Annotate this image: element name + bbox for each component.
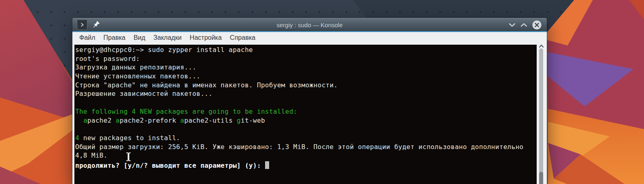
menu-item-edit[interactable]: Правка [99, 34, 129, 41]
terminal-line: 4,8 MiB. [75, 151, 537, 160]
konsole-prompt-icon [80, 22, 85, 27]
terminal-line: Чтение установленных пакетов... [75, 72, 537, 81]
scrollbar-groove[interactable] [539, 48, 543, 184]
window-content: sergiy@dhcppc0:~> sudo zypper install ap… [72, 43, 547, 184]
terminal-text-segment: a [180, 117, 184, 124]
terminal-text-segment: g [237, 117, 241, 124]
menu-item-settings[interactable]: Настройка [186, 34, 226, 41]
terminal-text-segment: Загрузка данных репозитария... [75, 63, 196, 71]
terminal-text-segment: root's password: [75, 55, 140, 63]
terminal-text-segment: pache2-prefork [120, 117, 180, 124]
konsole-window: sergiy : sudo — Konsole ФайлПравкаВидЗа [72, 18, 547, 184]
terminal-text-segment: The following 4 NEW packages are going t… [75, 108, 297, 115]
terminal-output[interactable]: sergiy@dhcppc0:~> sudo zypper install ap… [74, 45, 537, 184]
menu-item-bookmarks[interactable]: Закладки [149, 34, 185, 41]
terminal-text-segment: pache2-utils [184, 117, 237, 124]
chevron-down-icon [509, 23, 516, 27]
terminal-text-segment: продолжить? [y/n/? выводит все параметры… [75, 162, 265, 169]
title-bar[interactable]: sergiy : sudo — Konsole [72, 18, 547, 31]
terminal-line [75, 98, 537, 107]
terminal-text-segment: a [115, 117, 120, 124]
terminal-cursor [265, 161, 269, 169]
scrollbar-up-button[interactable] [539, 44, 544, 48]
menu-item-help[interactable]: Справка [226, 34, 259, 41]
terminal-line: root's password: [75, 54, 537, 63]
scrollbar-thumb[interactable] [539, 172, 543, 184]
chevron-up-icon [520, 23, 527, 27]
menu-bar: ФайлПравкаВидЗакладкиНастройкаСправка [72, 32, 547, 43]
terminal-line: Строка "apache" не найдена в именах паке… [75, 81, 537, 90]
terminal-text-segment: it-web [241, 117, 265, 124]
terminal-line: Разрешение зависимостей пакетов... [75, 89, 537, 98]
close-button[interactable] [532, 20, 542, 30]
terminal-text-segment: Строка "apache" не найдена в именах паке… [75, 81, 338, 89]
terminal-text-segment: Чтение установленных пакетов... [75, 72, 200, 80]
maximize-button[interactable] [520, 23, 527, 27]
terminal-line: The following 4 NEW packages are going t… [75, 107, 537, 116]
scrollbar-track[interactable] [537, 43, 546, 184]
terminal-text-segment: sergiy@dhcppc0:~> sudo zypper install ap… [75, 46, 253, 54]
terminal-line: Общий размер загрузки: 256,5 KiB. Уже кэ… [75, 143, 537, 152]
terminal-text-segment: 4,8 MiB. [75, 152, 107, 159]
window-menu-button[interactable] [77, 19, 87, 30]
terminal-line: Загрузка данных репозитария... [75, 63, 537, 72]
close-icon [532, 20, 542, 30]
menu-item-file[interactable]: Файл [75, 34, 99, 41]
terminal-line: sergiy@dhcppc0:~> sudo zypper install ap… [75, 45, 537, 54]
terminal-text-segment [75, 117, 83, 124]
terminal-text-segment: pache2 [87, 117, 116, 124]
terminal-line: продолжить? [y/n/? выводит все параметры… [75, 160, 537, 169]
terminal-text-segment: new packages to install. [79, 134, 180, 142]
terminal-line [75, 125, 537, 134]
mouse-cursor-ibeam [126, 152, 131, 162]
terminal-text-segment: 4 [75, 134, 79, 142]
terminal-line: 4 new packages to install. [75, 134, 537, 143]
menu-item-view[interactable]: Вид [129, 34, 149, 41]
terminal-text-segment: Общий размер загрузки: 256,5 KiB. Уже кэ… [75, 143, 524, 151]
window-title: sergiy : sudo — Konsole [72, 22, 547, 28]
terminal-text-segment: Разрешение зависимостей пакетов... [75, 90, 213, 97]
terminal-text-segment: a [83, 117, 87, 124]
minimize-button[interactable] [509, 23, 516, 27]
terminal-line: apache2 apache2-prefork apache2-utils gi… [75, 116, 537, 125]
keep-above-button[interactable] [91, 20, 100, 30]
pin-icon [91, 20, 100, 30]
